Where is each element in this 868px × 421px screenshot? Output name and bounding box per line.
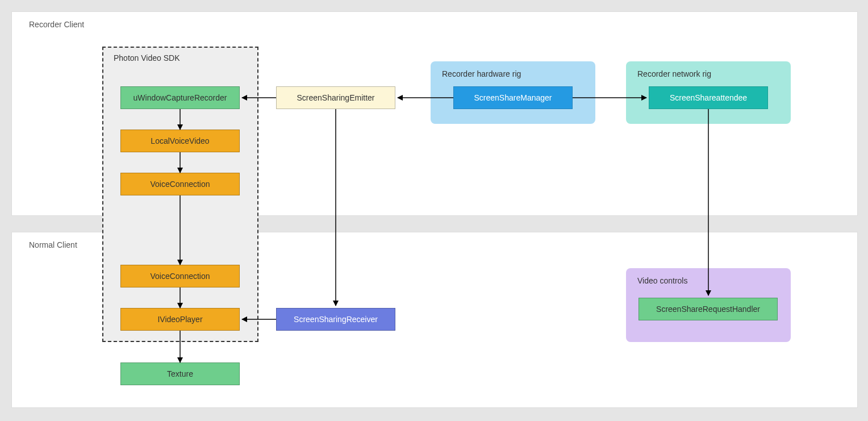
node-handler-label: ScreenShareRequestHandler	[656, 305, 760, 314]
panel-normal-client-label: Normal Client	[29, 240, 77, 249]
node-receiver-label: ScreenSharingReceiver	[294, 315, 378, 324]
node-screen-sharing-emitter: ScreenSharingEmitter	[276, 86, 395, 109]
node-local-voice-video: LocalVoiceVideo	[120, 130, 240, 152]
node-attendee-label: ScreenShareattendee	[670, 93, 747, 102]
node-uwindow-capture-recorder: uWindowCaptureRecorder	[120, 86, 240, 109]
node-ivideoplayer-label: IVideoPlayer	[157, 315, 202, 324]
node-uwindow-label: uWindowCaptureRecorder	[133, 93, 227, 102]
group-photon-sdk-label: Photon Video SDK	[114, 53, 180, 62]
node-texture: Texture	[120, 362, 240, 385]
node-localvoice-label: LocalVoiceVideo	[151, 136, 209, 145]
node-manager-label: ScreenShareManager	[474, 93, 552, 102]
node-voice-connection-1: VoiceConnection	[120, 173, 240, 195]
node-texture-label: Texture	[167, 369, 193, 378]
panel-recorder-client-label: Recorder Client	[29, 20, 84, 29]
node-ivideo-player: IVideoPlayer	[120, 308, 240, 331]
group-video-controls-label: Video controls	[637, 276, 779, 285]
group-hardware-rig-label: Recorder hardware rig	[442, 69, 584, 78]
node-voiceconn1-label: VoiceConnection	[150, 180, 210, 189]
node-screen-sharing-receiver: ScreenSharingReceiver	[276, 308, 395, 331]
node-screen-share-attendee: ScreenShareattendee	[649, 86, 768, 109]
node-emitter-label: ScreenSharingEmitter	[297, 93, 375, 102]
node-screen-share-request-handler: ScreenShareRequestHandler	[639, 298, 778, 320]
node-voice-connection-2: VoiceConnection	[120, 265, 240, 287]
group-network-rig-label: Recorder network rig	[637, 69, 779, 78]
node-voiceconn2-label: VoiceConnection	[150, 272, 210, 281]
diagram-canvas: Recorder Client Normal Client Photon Vid…	[0, 0, 868, 421]
node-screen-share-manager: ScreenShareManager	[453, 86, 573, 109]
